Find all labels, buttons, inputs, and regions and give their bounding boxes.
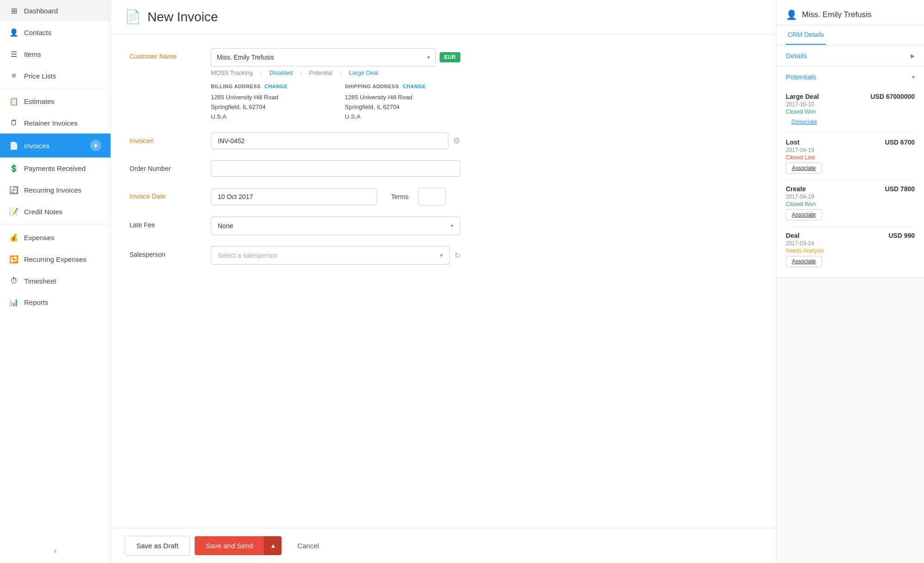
sidebar-item-items[interactable]: ☰ Items: [0, 43, 110, 65]
potentials-arrow-icon: ▾: [912, 74, 915, 80]
sidebar-collapse-button[interactable]: ‹: [0, 539, 110, 563]
cancel-button[interactable]: Cancel: [286, 536, 330, 555]
crm-user-name: Miss. Emily Trefusis: [802, 10, 871, 19]
form-area: Customer Name Miss. Emily Trefusis ▾ EUR…: [111, 34, 776, 528]
billing-change-link[interactable]: CHANGE: [264, 84, 288, 89]
sidebar-divider-1: [0, 88, 110, 89]
potential-name: Deal: [786, 232, 800, 239]
late-fee-select-wrapper[interactable]: None ▾: [211, 217, 460, 235]
moss-value[interactable]: Disabled: [269, 69, 293, 76]
customer-select-wrapper[interactable]: Miss. Emily Trefusis ▾: [211, 48, 436, 67]
associate-button[interactable]: Associate: [786, 209, 822, 220]
potential-label: Potential: [309, 69, 333, 76]
potential-item: Create USD 7800 2017-04-19 Closed Won As…: [786, 180, 915, 226]
invoice-num-input-row: ⚙: [211, 133, 460, 149]
page-title: New Invoice: [147, 10, 218, 24]
potential-item: Lost USD 6700 2017-04-19 Closed Lost Ass…: [786, 133, 915, 180]
sidebar-item-recurring-expenses[interactable]: 🔁 Recurring Expenses: [0, 248, 110, 270]
sidebar-label-dashboard: Dashboard: [24, 7, 101, 15]
potential-top: Deal USD 990: [786, 232, 915, 239]
dashboard-icon: ⊞: [9, 6, 18, 15]
sidebar-item-contacts[interactable]: 👤 Contacts: [0, 22, 110, 43]
sidebar-label-recurring-invoices: Recurring Invoices: [24, 186, 101, 194]
associate-button[interactable]: Associate: [786, 163, 822, 174]
invoice-num-row: Invoice# ⚙: [129, 133, 758, 149]
invoice-num-label: Invoice#: [129, 133, 203, 145]
terms-input[interactable]: [418, 188, 446, 206]
save-draft-button[interactable]: Save as Draft: [125, 536, 190, 556]
potential-top: Lost USD 6700: [786, 139, 915, 146]
shipping-address-title: SHIPPING ADDRESS CHANGE: [345, 84, 460, 89]
moss-label: MOSS Tracking: [211, 69, 253, 76]
crm-details-section: Details ▶: [777, 45, 924, 67]
potential-status: Closed Won: [786, 109, 915, 115]
add-invoice-button[interactable]: +: [90, 140, 101, 151]
sidebar-item-timesheet[interactable]: ⏱ Timesheet: [0, 270, 110, 291]
invoice-num-input[interactable]: [211, 133, 448, 149]
reports-icon: 📊: [9, 298, 18, 307]
sidebar-item-recurring-invoices[interactable]: 🔄 Recurring Invoices: [0, 179, 110, 201]
potential-amount: USD 6700: [885, 139, 915, 146]
potential-item: Deal USD 990 2017-03-24 Needs Analysis A…: [786, 226, 915, 272]
payments-icon: 💲: [9, 164, 18, 173]
sidebar-label-payments: Payments Received: [24, 164, 101, 172]
sidebar-item-estimates[interactable]: 📋 Estimates: [0, 91, 110, 112]
chevron-down-icon: ▾: [427, 54, 430, 61]
crm-potentials-section: Potentials ▾ Large Deal USD 67000000 201…: [777, 67, 924, 278]
order-number-wrapper: [211, 160, 460, 177]
potential-status: Closed Won: [786, 201, 915, 207]
sidebar-item-reports[interactable]: 📊 Reports: [0, 291, 110, 313]
customer-name-wrapper: Miss. Emily Trefusis ▾ EUR MOSS Tracking…: [211, 48, 460, 121]
salesperson-input-row: Select a salesperson ▾ ↻: [211, 246, 460, 265]
sidebar-divider-2: [0, 224, 110, 225]
late-fee-select[interactable]: None: [218, 222, 451, 230]
invoice-date-input[interactable]: [211, 188, 377, 205]
customer-name-select[interactable]: Miss. Emily Trefusis: [217, 54, 427, 61]
gear-icon[interactable]: ⚙: [453, 136, 460, 146]
credit-notes-icon: 📝: [9, 207, 18, 216]
sidebar-item-price-lists[interactable]: ≡ Price Lists: [0, 65, 110, 86]
expenses-icon: 💰: [9, 233, 18, 242]
salesperson-select[interactable]: Select a salesperson: [218, 252, 440, 259]
sidebar-item-retainer-invoices[interactable]: 🗒 Retainer Invoices: [0, 112, 110, 133]
refresh-icon[interactable]: ↻: [454, 251, 460, 260]
sidebar-item-invoices[interactable]: 📄 Invoices +: [0, 133, 110, 157]
bottom-bar: Save as Draft Save and Send ▲ Cancel: [111, 528, 776, 563]
sidebar-label-price-lists: Price Lists: [24, 72, 101, 80]
save-send-button[interactable]: Save and Send: [195, 536, 264, 555]
dissociate-button[interactable]: Dissociate: [786, 117, 822, 127]
salesperson-select-wrapper[interactable]: Select a salesperson ▾: [211, 246, 450, 265]
potential-date: 2017-10-10: [786, 101, 915, 108]
sidebar-item-credit-notes[interactable]: 📝 Credit Notes: [0, 201, 110, 223]
potential-top: Create USD 7800: [786, 185, 915, 193]
potential-amount: USD 67000000: [870, 93, 915, 100]
crm-details-header[interactable]: Details ▶: [777, 45, 924, 66]
potential-date: 2017-04-19: [786, 147, 915, 153]
salesperson-chevron-icon: ▾: [440, 252, 443, 259]
shipping-address-block: SHIPPING ADDRESS CHANGE 1265 University …: [345, 84, 460, 121]
shipping-change-link[interactable]: CHANGE: [403, 84, 426, 89]
potential-date: 2017-03-24: [786, 240, 915, 247]
sidebar-item-payments-received[interactable]: 💲 Payments Received: [0, 157, 110, 179]
save-send-dropdown-button[interactable]: ▲: [264, 536, 281, 555]
associate-button[interactable]: Associate: [786, 256, 822, 267]
crm-potentials-header[interactable]: Potentials ▾: [777, 67, 924, 87]
potential-value[interactable]: Large Deal: [349, 69, 379, 76]
order-number-input[interactable]: [211, 160, 460, 177]
late-fee-label: Late Fee: [129, 217, 203, 229]
potential-status: Needs Analysis: [786, 248, 915, 254]
sidebar-item-dashboard[interactable]: ⊞ Dashboard: [0, 0, 110, 22]
moss-tracking-row: MOSS Tracking : Disabled | Potential : L…: [211, 69, 460, 76]
salesperson-label: Salesperson: [129, 246, 203, 258]
sidebar: ⊞ Dashboard 👤 Contacts ☰ Items ≡ Price L…: [0, 0, 111, 563]
invoice-num-wrapper: ⚙: [211, 133, 460, 149]
tab-crm-details[interactable]: CRM Details: [786, 25, 826, 45]
page-header-icon: 📄: [125, 9, 141, 24]
sidebar-item-expenses[interactable]: 💰 Expenses: [0, 227, 110, 248]
potential-name: Lost: [786, 139, 800, 146]
crm-details-title: Details: [786, 52, 807, 60]
estimates-icon: 📋: [9, 97, 18, 106]
timesheet-icon: ⏱: [9, 277, 18, 285]
page-header: 📄 New Invoice: [111, 0, 776, 34]
potentials-list: Large Deal USD 67000000 2017-10-10 Close…: [777, 87, 924, 277]
